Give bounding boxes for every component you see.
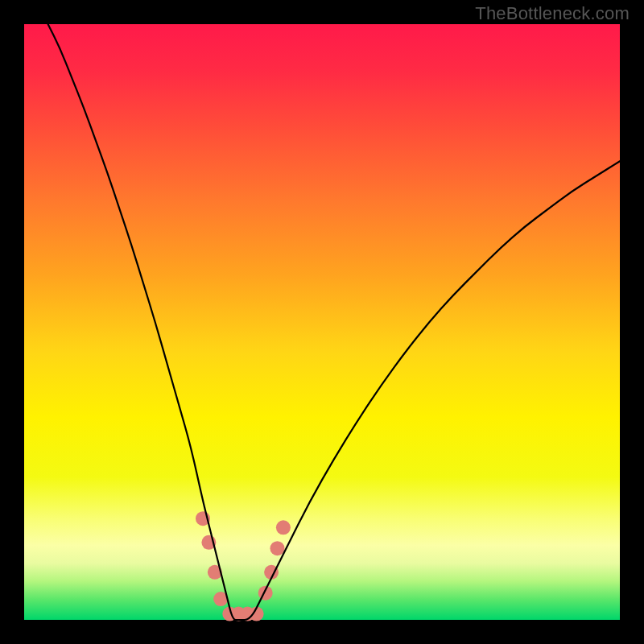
chart-root: TheBottleneck.com bbox=[0, 0, 644, 644]
marker-dot bbox=[258, 586, 273, 601]
plot-background bbox=[24, 24, 620, 620]
chart-canvas bbox=[0, 0, 644, 644]
watermark-text: TheBottleneck.com bbox=[475, 3, 630, 24]
marker-dot bbox=[270, 541, 285, 555]
marker-dot bbox=[276, 520, 291, 535]
